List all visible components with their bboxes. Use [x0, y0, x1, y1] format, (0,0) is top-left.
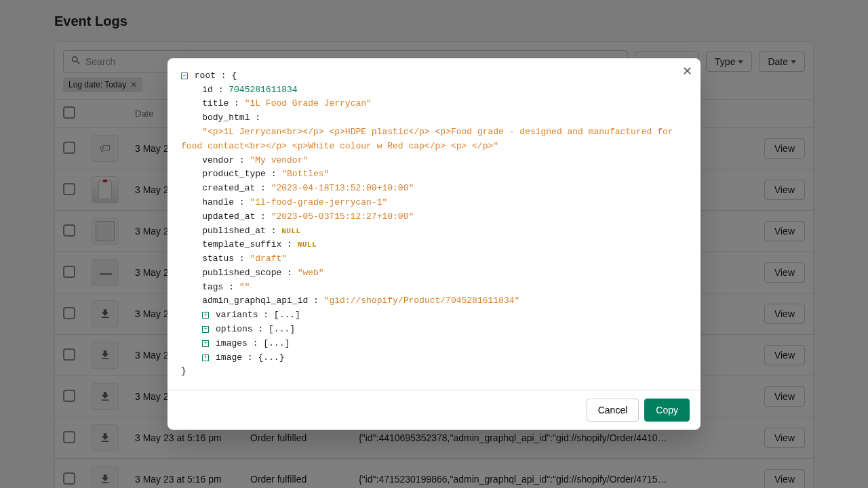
json-viewer: − root : { id : 7045281611834 title : "1…: [181, 69, 687, 380]
cancel-button[interactable]: Cancel: [587, 399, 639, 422]
json-modal: ✕ − root : { id : 7045281611834 title : …: [167, 58, 701, 430]
modal-overlay[interactable]: ✕ − root : { id : 7045281611834 title : …: [0, 0, 868, 488]
close-icon[interactable]: ✕: [682, 65, 692, 77]
expand-icon[interactable]: +: [202, 340, 209, 347]
copy-button[interactable]: Copy: [644, 399, 690, 422]
expand-icon[interactable]: +: [202, 354, 209, 361]
collapse-icon[interactable]: −: [181, 73, 188, 79]
expand-icon[interactable]: +: [202, 312, 209, 319]
expand-icon[interactable]: +: [202, 326, 209, 333]
